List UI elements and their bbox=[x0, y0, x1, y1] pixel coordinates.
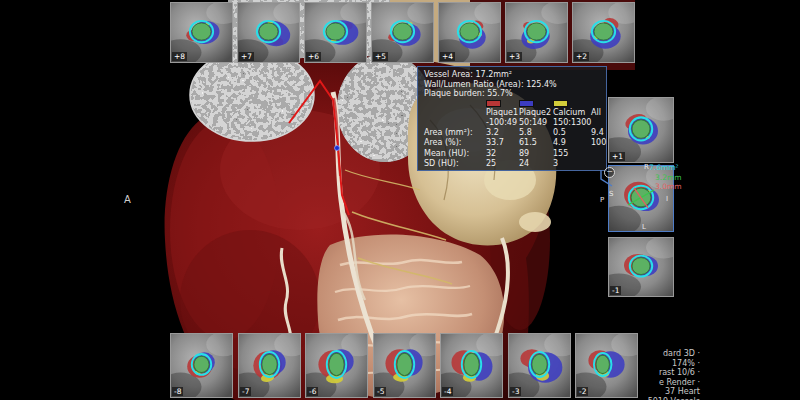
plaque-analysis-panel: Vessel Area: 17.2mm² Wall/Lumen Ratio (A… bbox=[417, 66, 607, 171]
row-label: SD (HU): bbox=[424, 159, 486, 169]
slice-label: +4 bbox=[440, 52, 455, 61]
slice-label: +7 bbox=[239, 52, 254, 61]
slice-label: +8 bbox=[172, 52, 187, 61]
slice-thumb[interactable]: +3 bbox=[505, 2, 568, 63]
orientation-letter-l: L bbox=[642, 224, 646, 231]
slice-thumb[interactable]: +8 bbox=[170, 2, 233, 63]
slice-thumb[interactable]: -1 bbox=[608, 237, 674, 297]
hu-range: -100:49 bbox=[486, 118, 519, 128]
orientation-label-anterior: A bbox=[124, 194, 131, 205]
collapse-panel-button[interactable]: − bbox=[604, 167, 615, 178]
cell-value: 0.5 bbox=[553, 128, 591, 138]
hu-range: 150:1300 bbox=[553, 118, 591, 128]
column-header: Plaque1 bbox=[486, 108, 519, 118]
slice-label: +6 bbox=[306, 52, 321, 61]
cell-value: 9.4 bbox=[591, 128, 621, 138]
slice-label: -3 bbox=[510, 387, 521, 396]
table-row: SD (HU):25243 bbox=[424, 159, 606, 169]
slice-thumb[interactable]: +5 bbox=[371, 2, 434, 63]
diameter-min-measurement: 3.0mm bbox=[655, 183, 682, 191]
table-row: Area (%):33.761.54.9100 bbox=[424, 138, 606, 148]
vessel-area-text: Vessel Area: 17.2mm² bbox=[424, 70, 606, 80]
centerline-reference-point[interactable] bbox=[335, 146, 340, 151]
column-header: Calcium bbox=[553, 108, 591, 118]
plaque1-swatch bbox=[486, 100, 501, 107]
slice-label: +3 bbox=[507, 52, 522, 61]
cell-value: 33.7 bbox=[486, 138, 519, 148]
cell-value: 5.8 bbox=[519, 128, 553, 138]
row-label: Area (%): bbox=[424, 138, 486, 148]
cell-value: 3.2 bbox=[486, 128, 519, 138]
slice-thumb[interactable]: -7 bbox=[238, 333, 301, 398]
legend-row bbox=[424, 99, 606, 108]
lumen-area-measurement: 7.6mm² bbox=[649, 164, 679, 172]
cell-value: 155 bbox=[553, 149, 591, 159]
slice-thumb[interactable]: -3 bbox=[508, 333, 571, 398]
cell-value: 4.9 bbox=[553, 138, 591, 148]
slice-label: -2 bbox=[577, 387, 588, 396]
slice-label: -5 bbox=[375, 387, 386, 396]
slice-thumb[interactable]: -2 bbox=[575, 333, 638, 398]
slice-label: -6 bbox=[307, 387, 318, 396]
cell-value: 25 bbox=[486, 159, 519, 169]
table-range-row: -100:4950:149150:1300 bbox=[424, 118, 606, 128]
column-header: Plaque2 bbox=[519, 108, 553, 118]
hu-range: 50:149 bbox=[519, 118, 553, 128]
slice-label: +5 bbox=[373, 52, 388, 61]
orientation-letter-p: P bbox=[600, 197, 604, 204]
slice-thumb[interactable]: +4 bbox=[438, 2, 501, 63]
cell-value: 100 bbox=[591, 138, 621, 148]
table-header-row: Plaque1Plaque2CalciumAll bbox=[424, 108, 606, 118]
slice-thumb[interactable]: +7 bbox=[237, 2, 300, 63]
slice-thumb[interactable]: +6 bbox=[304, 2, 367, 63]
slice-label: -4 bbox=[442, 387, 453, 396]
slice-label: -8 bbox=[172, 387, 183, 396]
row-label: Mean (HU): bbox=[424, 149, 486, 159]
slice-thumb[interactable]: -6 bbox=[305, 333, 368, 398]
cell-value: 3 bbox=[553, 159, 591, 169]
cell-value: 24 bbox=[519, 159, 553, 169]
slice-label: +1 bbox=[610, 152, 625, 161]
plaque-burden-text: Plaque burden: 55.7% bbox=[424, 89, 606, 99]
plaque2-swatch bbox=[519, 100, 534, 107]
orientation-letter-s: S bbox=[609, 191, 613, 198]
slice-label: -7 bbox=[240, 387, 251, 396]
row-label: Area (mm²): bbox=[424, 128, 486, 138]
slice-thumb[interactable]: +2 bbox=[572, 2, 635, 63]
diameter-max-measurement: 3.2mm bbox=[655, 174, 682, 182]
stage: A Vessel Area: 17.2mm² Wall/Lumen Ratio … bbox=[0, 0, 800, 400]
slice-thumb[interactable]: -4 bbox=[440, 333, 503, 398]
column-header: All bbox=[591, 108, 621, 118]
cell-value: 89 bbox=[519, 149, 553, 159]
table-row: Area (mm²):3.25.80.59.4 bbox=[424, 128, 606, 138]
slice-label: -1 bbox=[610, 286, 621, 295]
wall-lumen-ratio-text: Wall/Lumen Ratio (Area): 125.4% bbox=[424, 80, 606, 90]
cell-value: 61.5 bbox=[519, 138, 553, 148]
table-row: Mean (HU):3289155 bbox=[424, 149, 606, 159]
calcium-swatch bbox=[553, 100, 568, 107]
cell-value: 32 bbox=[486, 149, 519, 159]
slice-thumb[interactable]: -8 bbox=[170, 333, 233, 398]
slice-thumb[interactable]: -5 bbox=[373, 333, 436, 398]
plaque-table: Plaque1Plaque2CalciumAll-100:4950:149150… bbox=[424, 99, 606, 169]
slice-label: +2 bbox=[574, 52, 589, 61]
orientation-letter-i: I bbox=[666, 196, 668, 203]
